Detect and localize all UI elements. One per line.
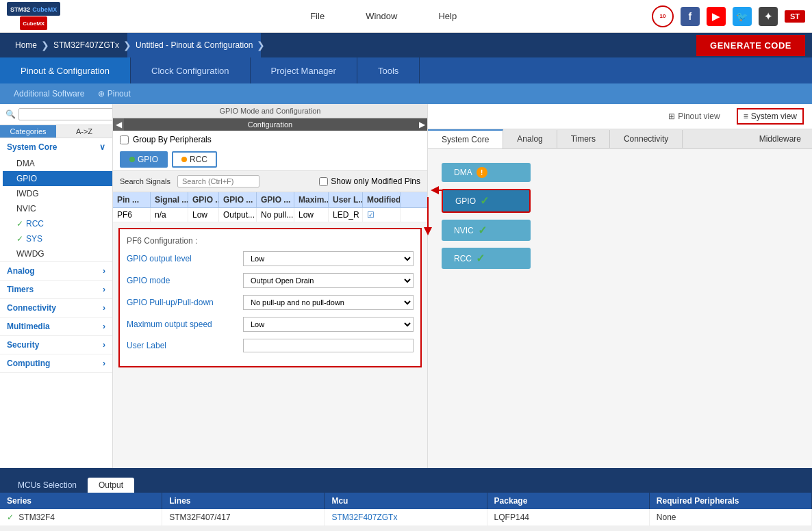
sidebar-section-connectivity: Connectivity › xyxy=(0,299,112,318)
sidebar-section-timers: Timers › xyxy=(0,281,112,299)
nvic-check-icon: ✓ xyxy=(478,224,487,237)
search-icon: 🔍 xyxy=(5,109,16,119)
main-tabs: Pinout & Configuration Clock Configurati… xyxy=(0,57,812,83)
gpio-mode-bar: GPIO Mode and Configuration xyxy=(113,104,427,118)
sidebar-item-nvic[interactable]: NVIC xyxy=(3,201,112,216)
gpio-output-level-select[interactable]: Low xyxy=(243,251,414,266)
gpio-mode-select[interactable]: Output Open Drain xyxy=(243,273,414,288)
tab-project-manager[interactable]: Project Manager xyxy=(251,57,357,83)
tab-pinout-configuration[interactable]: Pinout & Configuration xyxy=(0,57,131,83)
rcc-tab-pill[interactable]: RCC xyxy=(172,151,217,168)
generate-code-button[interactable]: GENERATE CODE xyxy=(696,35,805,56)
tab-clock-configuration[interactable]: Clock Configuration xyxy=(131,57,250,83)
show-modified-row: Show only Modified Pins xyxy=(319,177,420,186)
pinout-view-btn[interactable]: ⊞ Pinout view xyxy=(663,109,725,123)
sidebar-item-wwdg[interactable]: WWDG xyxy=(3,246,112,261)
categories-button[interactable]: Categories xyxy=(0,125,56,138)
computing-label: Computing xyxy=(7,359,50,368)
th-gpio1: GPIO ... xyxy=(188,192,219,207)
twitter-icon[interactable]: 🐦 xyxy=(733,7,752,26)
arrow-svg xyxy=(517,183,654,197)
group-peripherals-checkbox[interactable] xyxy=(120,135,129,144)
menu-help[interactable]: Help xyxy=(438,11,457,21)
content-area: 🔍 Categories A->Z System Core ∨ DMA GPIO… xyxy=(0,104,812,468)
security-label: Security xyxy=(7,340,39,350)
system-view-btn[interactable]: ≡ System view xyxy=(737,108,804,125)
td-gpio3: No pull... xyxy=(257,208,294,222)
top-menubar: STM32 CubeMX CubeMX File Window Help 10 … xyxy=(0,0,812,33)
analog-header[interactable]: Analog › xyxy=(0,262,112,280)
logo-sub: CubeMX xyxy=(32,6,57,13)
gpio-check-icon: ✓ xyxy=(480,194,489,207)
user-label-input[interactable]: LED_R xyxy=(243,339,414,352)
timers-header[interactable]: Timers › xyxy=(0,281,112,298)
btd-mcu[interactable]: STM32F407ZGTx xyxy=(325,509,487,526)
th-gpio2: GPIO ... xyxy=(219,192,257,207)
rcc-dot xyxy=(181,157,187,162)
gpio-tab-pill[interactable]: GPIO xyxy=(120,151,168,168)
sys-tab-system-core[interactable]: System Core xyxy=(428,129,503,148)
breadcrumb-home[interactable]: Home xyxy=(7,33,45,57)
sidebar-section-multimedia: Multimedia › xyxy=(0,318,112,336)
gpio-pullup-select[interactable]: No pull-up and no pull-down xyxy=(243,295,414,310)
signal-table: Pin ... Signal ... GPIO ... GPIO ... GPI… xyxy=(113,192,427,222)
sidebar-item-rcc[interactable]: ✓RCC xyxy=(3,216,112,231)
menu-file[interactable]: File xyxy=(310,11,325,21)
rcc-tab-label: RCC xyxy=(190,155,207,164)
system-core-label: System Core xyxy=(7,142,57,152)
table-row[interactable]: PF6 n/a Low Output... No pull... Low LED… xyxy=(113,208,427,222)
bottom-table-row[interactable]: ✓ STM32F4 STM32F407/417 STM32F407ZGTx LQ… xyxy=(0,509,812,526)
tab-tools[interactable]: Tools xyxy=(357,57,420,83)
td-max: Low xyxy=(294,208,329,222)
bth-mcu: Mcu xyxy=(325,493,487,509)
sidebar-section-analog: Analog › xyxy=(0,262,112,281)
sys-tab-analog[interactable]: Analog xyxy=(503,130,557,148)
menu-window[interactable]: Window xyxy=(366,11,397,21)
search-input[interactable] xyxy=(18,108,113,120)
td-modified: ☑ xyxy=(363,208,401,222)
gpio-output-level-label: GPIO output level xyxy=(127,254,243,263)
multimedia-header[interactable]: Multimedia › xyxy=(0,318,112,335)
breadcrumb-project[interactable]: Untitled - Pinout & Configuration xyxy=(127,33,261,57)
gpio-max-speed-label: Maximum output speed xyxy=(127,320,243,329)
bth-package: Package xyxy=(487,493,650,509)
breadcrumb-device[interactable]: STM32F407ZGTx xyxy=(45,33,127,57)
connectivity-header[interactable]: Connectivity › xyxy=(0,299,112,317)
sidebar-section-system-core: System Core ∨ DMA GPIO IWDG NVIC ✓RCC ✓S… xyxy=(0,138,112,262)
connectivity-chevron: › xyxy=(103,303,105,313)
computing-chevron: › xyxy=(103,359,105,368)
youtube-icon[interactable]: ▶ xyxy=(707,7,726,26)
sys-tab-connectivity[interactable]: Connectivity xyxy=(610,130,683,148)
facebook-icon[interactable]: f xyxy=(681,7,700,26)
gpio-button[interactable]: GPIO ✓ xyxy=(442,189,531,213)
table-header: Pin ... Signal ... GPIO ... GPIO ... GPI… xyxy=(113,192,427,208)
multimedia-chevron: › xyxy=(103,322,105,331)
btd-series-text: STM32F4 xyxy=(18,513,55,522)
sidebar-item-dma[interactable]: DMA xyxy=(3,156,112,171)
system-core-header[interactable]: System Core ∨ xyxy=(0,138,112,156)
dma-button[interactable]: DMA ! xyxy=(442,163,531,182)
security-header[interactable]: Security › xyxy=(0,336,112,354)
sidebar-item-gpio[interactable]: GPIO xyxy=(3,171,112,186)
config-bar: ◀ Configuration ▶ xyxy=(113,118,427,131)
bottom-tab-output[interactable]: Output xyxy=(88,478,134,493)
td-signal: n/a xyxy=(151,208,188,222)
signal-search-input[interactable] xyxy=(177,175,259,187)
pf6-config-panel: PF6 Configuration : GPIO output level Lo… xyxy=(118,228,422,367)
sys-tab-timers[interactable]: Timers xyxy=(557,130,610,148)
network-icon[interactable]: ✦ xyxy=(759,7,778,26)
az-button[interactable]: A->Z xyxy=(56,125,112,138)
sidebar-item-sys[interactable]: ✓SYS xyxy=(3,231,112,246)
pinout-view-icon: ⊞ xyxy=(668,112,675,121)
sub-tab-pinout[interactable]: ⊕ Pinout xyxy=(98,89,130,99)
sidebar-item-iwdg[interactable]: IWDG xyxy=(3,186,112,201)
btd-package: LQFP144 xyxy=(487,509,650,526)
gpio-max-speed-select[interactable]: Low xyxy=(243,317,414,332)
bottom-tab-mcus[interactable]: MCUs Selection xyxy=(7,478,88,493)
nvic-button[interactable]: NVIC ✓ xyxy=(442,220,531,241)
computing-header[interactable]: Computing › xyxy=(0,354,112,372)
show-modified-checkbox[interactable] xyxy=(319,177,328,186)
sub-tab-additional-software[interactable]: Additional Software xyxy=(14,89,84,99)
gpio-tab-label: GPIO xyxy=(138,155,158,164)
rcc-button[interactable]: RCC ✓ xyxy=(442,248,531,269)
